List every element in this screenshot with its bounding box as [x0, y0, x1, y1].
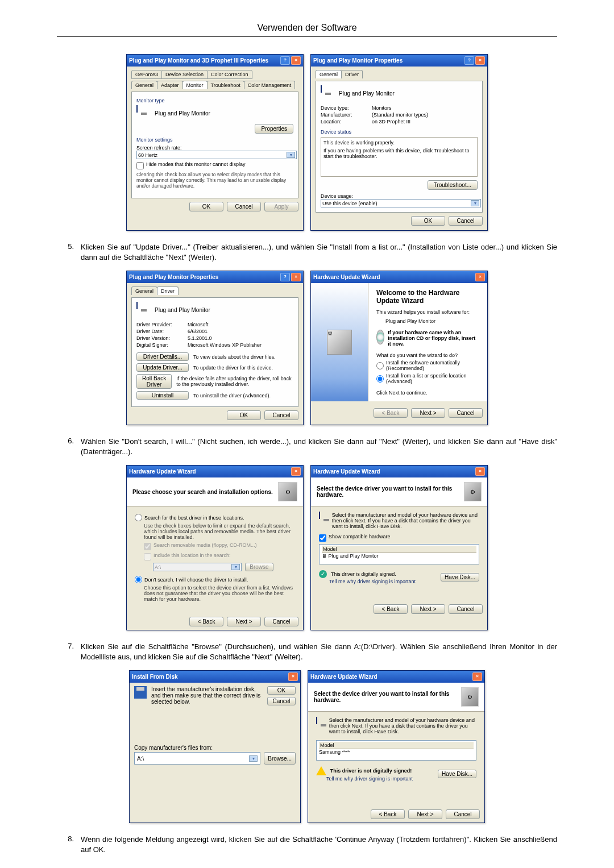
path-field[interactable]: A:\▾	[134, 752, 260, 765]
radio-search-label: Search for the best driver in these loca…	[144, 515, 244, 521]
cancel-button[interactable]: Cancel	[449, 604, 483, 614]
group-monitor-type: Monitor type	[136, 98, 293, 103]
copy-from-label: Copy manufacturer's files from:	[134, 745, 296, 751]
ok-button[interactable]: OK	[189, 202, 223, 211]
cancel-button[interactable]: Cancel	[264, 617, 298, 626]
help-icon[interactable]: ?	[464, 56, 474, 65]
status-line1: This device is working properly.	[323, 140, 475, 146]
cancel-button[interactable]: Cancel	[449, 216, 483, 226]
cancel-button[interactable]: Cancel	[227, 202, 261, 211]
close-icon[interactable]: ×	[288, 672, 298, 681]
wizard-icon: ⚙	[327, 330, 352, 355]
next-button[interactable]: Next >	[411, 604, 445, 614]
win-monitor-3dprophet: Plug and Play Monitor and 3D Prophet III…	[126, 54, 304, 231]
close-icon[interactable]: ×	[472, 672, 482, 681]
chevron-down-icon: ▾	[287, 152, 295, 158]
tab-general[interactable]: General	[316, 70, 342, 78]
tab-adapter[interactable]: Adapter	[157, 81, 183, 89]
window-title: Plug and Play Monitor and 3D Prophet III…	[129, 57, 268, 64]
properties-button[interactable]: Properties	[255, 124, 293, 134]
step-number: 6.	[57, 437, 81, 456]
next-button[interactable]: Next >	[411, 408, 445, 418]
digital-signer-value: Microsoft Windows XP Publisher	[188, 342, 262, 348]
hide-modes-checkbox[interactable]	[136, 162, 144, 169]
col-model: Model	[319, 742, 474, 749]
location-field: A:\▾	[153, 563, 242, 571]
wizard-welcome: Hardware Update Wizard × ⚙ Welcome to th…	[310, 271, 488, 425]
driver-version-label: Driver Version:	[136, 335, 188, 341]
next-button[interactable]: Next >	[408, 809, 442, 819]
model-listbox[interactable]: Model Samsung ****	[316, 740, 476, 761]
cancel-button[interactable]: Cancel	[264, 410, 298, 420]
have-disk-button[interactable]: Have Disk...	[441, 573, 479, 582]
uninstall-button[interactable]: Uninstall	[136, 391, 189, 400]
model-listbox[interactable]: Model 🖥 Plug and Play Monitor	[319, 544, 479, 564]
help-icon[interactable]: ?	[280, 56, 290, 65]
troubleshoot-button[interactable]: Troubleshoot...	[428, 180, 478, 190]
cd-hint: If your hardware came with an installati…	[388, 330, 479, 347]
floppy-icon	[134, 686, 147, 699]
wiz-line3: Click Next to continue.	[376, 390, 479, 396]
ok-button[interactable]: OK	[227, 410, 261, 420]
tab-color-correction[interactable]: Color Correction	[207, 70, 252, 79]
close-icon[interactable]: ×	[475, 56, 485, 65]
update-driver-button[interactable]: Update Driver...	[136, 363, 189, 372]
back-button[interactable]: < Back	[374, 604, 408, 614]
radio-auto-label: Install the software automatically (Reco…	[386, 360, 479, 371]
back-button[interactable]: < Back	[189, 617, 223, 626]
driver-details-button[interactable]: Driver Details...	[136, 352, 189, 361]
tell-me-why-link[interactable]: Tell me why driver signing is important	[329, 579, 416, 584]
cancel-button[interactable]: Cancel	[449, 408, 483, 418]
tell-me-why-link[interactable]: Tell me why driver signing is important	[326, 776, 413, 782]
device-usage-dropdown[interactable]: Use this device (enable)▾	[321, 199, 481, 207]
tab-general[interactable]: General	[131, 81, 157, 89]
have-disk-button[interactable]: Have Disk...	[438, 770, 476, 778]
cancel-button[interactable]: Cancel	[267, 697, 296, 705]
apply-button[interactable]: Apply	[264, 202, 298, 211]
next-button[interactable]: Next >	[227, 617, 261, 626]
close-icon[interactable]: ×	[291, 467, 301, 476]
monitor-icon	[316, 717, 317, 724]
chk-compatible[interactable]	[319, 534, 326, 542]
browse-button[interactable]: Browse...	[264, 752, 296, 765]
help-icon[interactable]: ?	[280, 273, 290, 281]
back-button[interactable]: < Back	[374, 408, 408, 418]
close-icon[interactable]: ×	[291, 273, 301, 281]
model-row[interactable]: 🖥 Plug and Play Monitor	[322, 553, 476, 559]
tab-color-management[interactable]: Color Management	[244, 81, 296, 89]
model-row[interactable]: Samsung ****	[319, 749, 474, 755]
close-icon[interactable]: ×	[291, 56, 301, 65]
tab-device-selection[interactable]: Device Selection	[161, 70, 208, 79]
tab-driver[interactable]: Driver	[341, 70, 363, 78]
radio-list[interactable]	[376, 375, 384, 383]
back-button[interactable]: < Back	[371, 809, 405, 819]
ok-button[interactable]: OK	[411, 216, 445, 226]
close-icon[interactable]: ×	[475, 467, 485, 476]
cancel-button[interactable]: Cancel	[446, 809, 480, 819]
tab-general[interactable]: General	[131, 286, 157, 295]
close-icon[interactable]: ×	[475, 273, 485, 281]
radio-auto[interactable]	[376, 362, 384, 369]
monitor-name: Plug and Play Monitor	[155, 110, 210, 117]
wizard-heading: Welcome to the Hardware Update Wizard	[376, 289, 479, 305]
radio-search[interactable]	[135, 514, 142, 521]
refresh-rate-dropdown[interactable]: 60 Hertz▾	[136, 151, 297, 159]
driver-provider-value: Microsoft	[188, 322, 209, 327]
tab-geforce3[interactable]: GeForce3	[131, 70, 162, 79]
tab-monitor[interactable]: Monitor	[182, 81, 208, 89]
hide-modes-label: Hide modes that this monitor cannot disp…	[146, 161, 246, 167]
radio-dont-search[interactable]	[135, 576, 142, 583]
disk-msg: Insert the manufacturer's installation d…	[151, 686, 263, 705]
window-title: Install From Disk	[132, 674, 178, 680]
step-text: Wählen Sie "Don't search, I will..." (Ni…	[81, 437, 557, 456]
driver-date-value: 6/6/2001	[188, 329, 208, 334]
roll-back-button[interactable]: Roll Back Driver	[136, 374, 172, 389]
unsigned-label: This driver is not digitally signed!	[330, 768, 412, 774]
tab-driver[interactable]: Driver	[157, 286, 179, 295]
chk-compatible-label: Show compatible hardware	[329, 534, 391, 539]
monitor-name: Plug and Play Monitor	[155, 307, 210, 313]
step-text: Wenn die folgende Meldung angezeigt wird…	[81, 834, 557, 854]
ok-button[interactable]: OK	[267, 686, 296, 695]
page-title: Verwenden der Software	[57, 23, 557, 33]
tab-troubleshoot[interactable]: Troubleshoot	[207, 81, 244, 89]
